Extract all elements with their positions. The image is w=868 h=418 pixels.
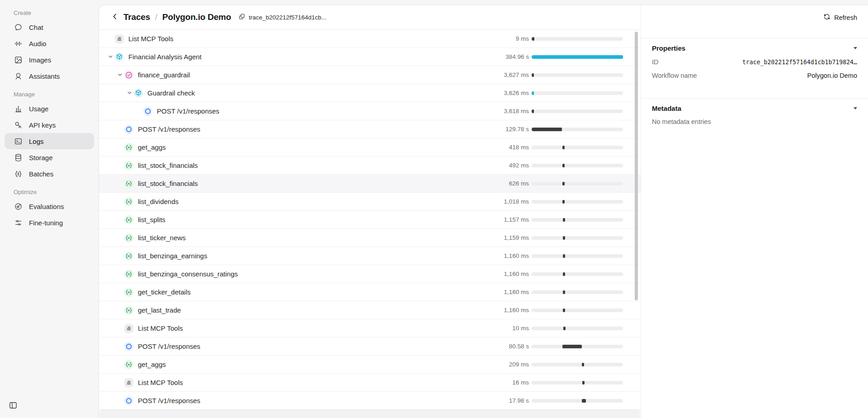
back-button[interactable] bbox=[109, 11, 121, 23]
trace-row-guardrail-check[interactable]: Guardrail check3,626 ms bbox=[99, 84, 641, 102]
twisty-spacer bbox=[115, 396, 124, 405]
trace-row-post-v1-responses[interactable]: POST /v1/responses80.58 s bbox=[99, 337, 641, 356]
refresh-button[interactable]: Refresh bbox=[823, 13, 857, 22]
trace-row-list-dividends[interactable]: list_dividends1,018 ms bbox=[99, 193, 641, 211]
span-timeline-bar bbox=[562, 146, 565, 149]
function-icon bbox=[124, 143, 133, 152]
metadata-section-header[interactable]: Metadata bbox=[652, 104, 857, 112]
span-timeline-bar bbox=[563, 218, 565, 222]
sidebar-item-label: Storage bbox=[29, 154, 53, 162]
trace-id-text: trace_b202212f57164d1cb... bbox=[249, 14, 326, 21]
vertical-scrollbar-thumb[interactable] bbox=[635, 32, 638, 300]
property-row-id: ID trace_b202212f57164d1cb1b719824… bbox=[652, 58, 857, 66]
span-timeline-track bbox=[532, 363, 623, 366]
sidebar-item-storage[interactable]: Storage bbox=[5, 149, 94, 166]
usage-chart-icon bbox=[14, 104, 23, 113]
span-duration: 384.96 s bbox=[505, 53, 529, 60]
chevron-down-icon[interactable] bbox=[106, 52, 115, 62]
span-timeline-bar bbox=[532, 55, 623, 59]
span-timeline-bar bbox=[562, 164, 565, 167]
chevron-down-icon[interactable] bbox=[125, 89, 134, 98]
trace-row-list-mcp-tools[interactable]: List MCP Tools16 ms bbox=[99, 374, 641, 392]
breadcrumb-traces[interactable]: Traces bbox=[123, 12, 150, 22]
trace-row-list-mcp-tools[interactable]: List MCP Tools10 ms bbox=[99, 319, 641, 337]
key-icon bbox=[14, 120, 23, 129]
twisty-spacer bbox=[115, 143, 124, 152]
trace-row-post-v1-responses[interactable]: POST /v1/responses129.78 s bbox=[99, 120, 641, 138]
refresh-row: Refresh bbox=[641, 5, 868, 30]
trace-id-chip[interactable]: trace_b202212f57164d1cb... bbox=[238, 13, 326, 22]
sidebar-item-images[interactable]: Images bbox=[5, 52, 94, 68]
sidebar-item-fine-tuning[interactable]: Fine-tuning bbox=[5, 214, 94, 231]
span-timeline-track bbox=[532, 327, 623, 330]
assistant-icon bbox=[14, 71, 23, 81]
breadcrumb-separator: / bbox=[155, 13, 157, 22]
function-icon bbox=[124, 288, 133, 297]
twisty-spacer bbox=[115, 179, 124, 188]
trace-row-list-benzinga-earnings[interactable]: list_benzinga_earnings1,160 ms bbox=[99, 247, 641, 265]
properties-section-header[interactable]: Properties bbox=[652, 44, 857, 52]
sidebar-item-label: Chat bbox=[29, 24, 43, 31]
trace-row-list-ticker-news[interactable]: list_ticker_news1,159 ms bbox=[99, 229, 641, 247]
twisty-spacer bbox=[115, 360, 124, 369]
span-duration: 129.78 s bbox=[505, 126, 529, 133]
span-label: Guardrail check bbox=[147, 89, 195, 97]
sidebar-item-batches[interactable]: Batches bbox=[5, 166, 94, 182]
refresh-label: Refresh bbox=[834, 14, 857, 21]
span-duration: 1,160 ms bbox=[504, 307, 529, 314]
trace-row-list-stock-financials[interactable]: list_stock_financials492 ms bbox=[99, 157, 641, 175]
sidebar-item-logs[interactable]: Logs bbox=[5, 133, 94, 149]
sidebar-item-audio[interactable]: Audio bbox=[5, 35, 94, 52]
span-duration: 3,626 ms bbox=[504, 90, 529, 96]
span-timeline-track bbox=[532, 73, 623, 77]
twisty-spacer bbox=[115, 125, 124, 134]
image-icon bbox=[14, 55, 23, 64]
trace-row-finance-guardrail[interactable]: finance_guardrail3,627 ms bbox=[99, 66, 641, 84]
sidebar-item-chat[interactable]: Chat bbox=[5, 19, 94, 35]
function-icon bbox=[124, 270, 133, 279]
sidebar-item-label: Logs bbox=[29, 138, 44, 145]
properties-section: Properties ID trace_b202212f57164d1cb1b7… bbox=[641, 38, 868, 98]
sidebar-item-api-keys[interactable]: API keys bbox=[5, 117, 94, 133]
sidebar-collapse-button[interactable] bbox=[7, 400, 19, 412]
mcp-icon bbox=[124, 378, 133, 387]
chevron-down-icon[interactable] bbox=[115, 71, 124, 80]
span-label: list_splits bbox=[138, 216, 165, 223]
trace-row-get-last-trade[interactable]: get_last_trade1,160 ms bbox=[99, 301, 641, 319]
audio-waveform-icon bbox=[14, 39, 23, 48]
span-label: get_aggs bbox=[138, 143, 166, 151]
trace-row-list-stock-financials[interactable]: list_stock_financials626 ms bbox=[99, 175, 641, 193]
span-duration: 1,157 ms bbox=[504, 216, 529, 223]
sidebar-item-evaluations[interactable]: Evaluations bbox=[5, 198, 94, 214]
trace-row-get-aggs[interactable]: get_aggs418 ms bbox=[99, 138, 641, 157]
metadata-section: Metadata No metadata entries bbox=[641, 98, 868, 125]
trace-row-list-mcp-tools[interactable]: List MCP Tools9 ms bbox=[99, 30, 641, 48]
twisty-spacer bbox=[115, 233, 124, 242]
span-duration: 9 ms bbox=[516, 35, 529, 42]
sidebar-item-usage[interactable]: Usage bbox=[5, 100, 94, 117]
function-icon bbox=[124, 360, 133, 369]
span-timeline-track bbox=[532, 309, 623, 312]
span-timeline-track bbox=[532, 182, 623, 185]
function-icon bbox=[124, 179, 133, 188]
span-label: list_ticker_news bbox=[138, 234, 186, 242]
trace-row-financial-analysis-agent[interactable]: Financial Analysis Agent384.96 s bbox=[99, 48, 641, 66]
metadata-title: Metadata bbox=[652, 104, 681, 112]
terminal-icon bbox=[14, 137, 23, 146]
trace-row-list-splits[interactable]: list_splits1,157 ms bbox=[99, 211, 641, 229]
sidebar-section-label-optimize: Optimize bbox=[14, 188, 99, 196]
trace-row-post-v1-responses[interactable]: POST /v1/responses17.98 s bbox=[99, 392, 641, 410]
sidebar-item-label: Batches bbox=[29, 170, 53, 178]
trace-row-list-benzinga-consensus-ratings[interactable]: list_benzinga_consensus_ratings1,160 ms bbox=[99, 265, 641, 283]
trace-row-get-aggs[interactable]: get_aggs209 ms bbox=[99, 356, 641, 374]
api-icon bbox=[124, 125, 133, 134]
function-icon bbox=[124, 197, 133, 206]
sidebar-item-assistants[interactable]: Assistants bbox=[5, 68, 94, 84]
trace-row-post-v1-responses[interactable]: POST /v1/responses3,618 ms bbox=[99, 102, 641, 120]
twisty-spacer bbox=[134, 107, 143, 116]
span-label: POST /v1/responses bbox=[138, 342, 200, 350]
twisty-spacer bbox=[115, 252, 124, 261]
trace-row-get-ticker-details[interactable]: get_ticker_details1,160 ms bbox=[99, 283, 641, 301]
twisty-spacer bbox=[115, 270, 124, 279]
api-icon bbox=[124, 396, 133, 405]
